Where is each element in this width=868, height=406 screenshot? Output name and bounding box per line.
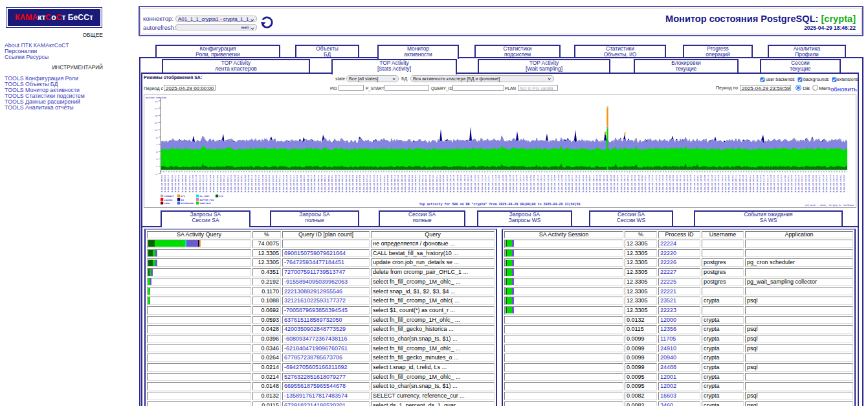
svg-text:5-04-29 14:34: 5-04-29 14:34 [575,175,577,192]
svg-text:(C)1976 - 2025, Sergey G. Malk: (C)1976 - 2025, Sergey G. Malkova [805,204,854,207]
svg-text:5-04-29 04:26: 5-04-29 04:26 [285,175,288,192]
svg-text:5-04-29 19:42: 5-04-29 19:42 [721,175,724,192]
svg-text:5-04-29 01:01: 5-04-29 01:01 [188,175,191,192]
svg-text:5-04-29 06:01: 5-04-29 06:01 [331,175,333,192]
svg-text:5-04-29 18:58: 5-04-29 18:58 [700,175,702,192]
svg-text:5-04-29 03:42: 5-04-29 03:42 [265,175,267,192]
svg-text:5-04-29 17:16: 5-04-29 17:16 [651,175,654,192]
svg-text:5-04-29 04:41: 5-04-29 04:41 [293,175,295,192]
svg-text:5-04-29 18:36: 5-04-29 18:36 [689,175,692,192]
svg-text:5-04-29 19:49: 5-04-29 19:49 [724,175,727,192]
svg-text:5-04-29 14:12: 5-04-29 14:12 [564,175,567,192]
svg-text:5-04-29 08:57: 5-04-29 08:57 [414,175,417,192]
svg-text:5-04-29 09:34: 5-04-29 09:34 [432,175,434,192]
svg-text:5-04-29 03:27: 5-04-29 03:27 [258,175,260,192]
svg-text:5-04-29 07:14: 5-04-29 07:14 [366,175,368,192]
svg-text:5-04-29 01:52: 5-04-29 01:52 [212,175,215,192]
svg-text:5-04-29 21:03: 5-04-29 21:03 [759,175,762,192]
svg-text:5-04-29 14:42: 5-04-29 14:42 [578,175,581,192]
svg-text:5-04-29 11:31: 5-04-29 11:31 [487,175,490,192]
svg-text:CPU: CPU [219,195,223,197]
svg-text:5-04-29 15:18: 5-04-29 15:18 [595,175,598,192]
svg-text:5-04-29 09:19: 5-04-29 09:19 [425,175,427,192]
svg-text:5-04-29 15:04: 5-04-29 15:04 [588,175,591,192]
svg-text:5-04-29 22:16: 5-04-29 22:16 [794,175,797,192]
svg-text:5-04-29 09:26: 5-04-29 09:26 [428,175,431,192]
svg-text:5-04-29 07:00: 5-04-29 07:00 [359,175,361,192]
svg-text:5-04-29 12:22: 5-04-29 12:22 [512,175,515,192]
svg-text:5-04-29 14:20: 5-04-29 14:20 [568,175,570,192]
svg-text:5-04-29 23:15: 5-04-29 23:15 [822,175,825,192]
svg-text:5-04-29 02:29: 5-04-29 02:29 [230,175,232,192]
svg-text:5-04-29 13:21: 5-04-29 13:21 [540,175,542,192]
svg-text:IO: IO [181,199,184,201]
svg-text:5-04-29 15:26: 5-04-29 15:26 [599,175,601,192]
svg-text:5-04-29 19:05: 5-04-29 19:05 [704,175,706,192]
svg-text:5-04-29 03:20: 5-04-29 03:20 [254,175,257,192]
svg-text:5-04-29 02:21: 5-04-29 02:21 [227,175,229,192]
svg-text:5-04-29 14:27: 5-04-29 14:27 [571,175,573,192]
svg-text:5-04-29 16:46: 5-04-29 16:46 [638,175,640,192]
svg-text:5-04-29 09:48: 5-04-29 09:48 [439,175,441,192]
svg-text:5-04-29 13:58: 5-04-29 13:58 [557,175,560,192]
svg-text:5-04-29 23:07: 5-04-29 23:07 [818,175,821,192]
svg-text:19: 19 [154,100,158,103]
svg-text:5-04-29 01:37: 5-04-29 01:37 [205,175,208,192]
svg-text:5-04-29 20:41: 5-04-29 20:41 [749,175,751,192]
svg-text:5-04-29 13:50: 5-04-29 13:50 [553,175,556,192]
svg-text:5-04-29 05:47: 5-04-29 05:47 [324,175,326,192]
svg-text:5-04-29 05:25: 5-04-29 05:25 [313,175,316,192]
svg-text:5-04-29 04:55: 5-04-29 04:55 [300,175,302,192]
svg-text:5-04-29 00:53: 5-04-29 00:53 [184,175,187,192]
svg-text:5-04-29 01:30: 5-04-29 01:30 [202,175,205,192]
svg-text:5: 5 [156,151,158,153]
svg-text:5-04-29 03:35: 5-04-29 03:35 [262,175,264,192]
svg-text:5-04-29 00:09: 5-04-29 00:09 [164,175,166,192]
svg-text:SAACTIVE: SAACTIVE [200,202,212,205]
svg-text:5-04-29 11:38: 5-04-29 11:38 [491,175,494,192]
svg-text:5-04-29 23:51: 5-04-29 23:51 [840,175,842,192]
svg-text:5-04-29 12:37: 5-04-29 12:37 [519,175,522,192]
svg-text:5-04-29 16:32: 5-04-29 16:32 [630,175,633,192]
svg-text:5-04-29 13:06: 5-04-29 13:06 [533,175,535,192]
svg-text:5-04-29 10:18: 5-04-29 10:18 [452,175,455,192]
svg-text:1: 1 [156,165,158,168]
svg-text:5-04-29 04:04: 5-04-29 04:04 [275,175,278,192]
svg-text:15: 15 [154,115,158,117]
svg-text:5-04-29 17:38: 5-04-29 17:38 [662,175,664,192]
svg-text:5-04-29 17:30: 5-04-29 17:30 [658,175,661,192]
svg-text:5-04-29 22:09: 5-04-29 22:09 [790,175,793,192]
svg-text:5-04-29 09:41: 5-04-29 09:41 [436,175,438,192]
svg-text:5-04-29 04:19: 5-04-29 04:19 [282,175,285,192]
svg-text:5-04-29 10:10: 5-04-29 10:10 [449,175,452,192]
svg-text:5-04-29 05:10: 5-04-29 05:10 [307,175,309,192]
svg-text:5-04-29 19:20: 5-04-29 19:20 [711,175,713,192]
svg-text:5-04-29 20:33: 5-04-29 20:33 [745,175,748,192]
svg-text:5-04-29 13:14: 5-04-29 13:14 [537,175,539,192]
svg-text:9: 9 [156,137,158,139]
svg-text:5-04-29 01:23: 5-04-29 01:23 [199,175,201,192]
svg-text:5-04-29 15:48: 5-04-29 15:48 [610,175,612,192]
svg-text:5-04-29 18:00: 5-04-29 18:00 [672,175,674,192]
svg-text:5-04-29 18:51: 5-04-29 18:51 [696,175,699,192]
svg-text:IPC: IPC [181,195,186,197]
svg-text:5-04-29 14:49: 5-04-29 14:49 [582,175,584,192]
svg-text:5-04-29 22:31: 5-04-29 22:31 [801,175,803,192]
svg-text:5-04-29 11:09: 5-04-29 11:09 [477,175,480,192]
svg-text:5-04-29 21:39: 5-04-29 21:39 [777,175,779,192]
svg-text:5-04-29 10:32: 5-04-29 10:32 [460,175,462,192]
svg-text:5-04-29 03:57: 5-04-29 03:57 [272,175,274,192]
svg-text:5-04-29 18:22: 5-04-29 18:22 [683,175,685,192]
svg-text:5-04-29 12:59: 5-04-29 12:59 [529,175,532,192]
svg-text:17: 17 [154,107,158,110]
svg-text:5-04-29 19:57: 5-04-29 19:57 [728,175,730,192]
svg-text:5-04-29 16:24: 5-04-29 16:24 [627,175,629,192]
svg-text:5-04-29 22:45: 5-04-29 22:45 [808,175,810,192]
svg-text:5-04-29 21:10: 5-04-29 21:10 [762,175,765,192]
svg-text:5-04-29 05:17: 5-04-29 05:17 [310,175,313,192]
svg-text:5-04-29 01:59: 5-04-29 01:59 [216,175,219,192]
svg-text:5-04-29 21:25: 5-04-29 21:25 [770,175,772,192]
svg-text:5-04-29 06:52: 5-04-29 06:52 [355,175,358,192]
svg-text:3: 3 [156,158,158,161]
svg-text:5-04-29 05:03: 5-04-29 05:03 [303,175,306,192]
